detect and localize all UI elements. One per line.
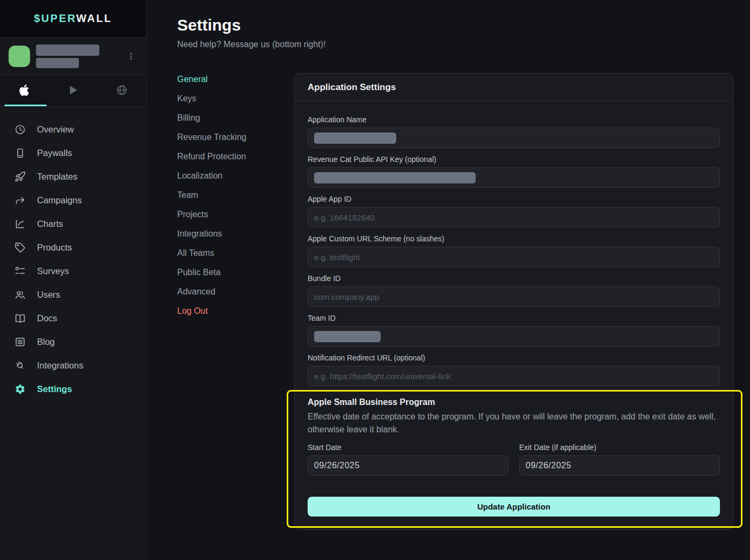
bundle-id-input[interactable] <box>308 286 720 307</box>
clock-icon <box>14 124 26 135</box>
sidebar-item-campaigns[interactable]: Campaigns <box>0 188 146 212</box>
application-name-input[interactable] <box>308 128 720 148</box>
apple-app-id-input[interactable] <box>308 207 720 227</box>
field-label: Start Date <box>308 443 508 452</box>
sidebar-item-surveys[interactable]: Surveys <box>0 259 146 283</box>
active-tab-indicator <box>4 105 47 106</box>
avatar[interactable] <box>9 46 30 67</box>
notification-redirect-url-input[interactable] <box>308 366 720 386</box>
start-date-input[interactable] <box>308 455 508 476</box>
sidebar-item-label: Integrations <box>37 360 83 371</box>
sidebar-item-paywalls[interactable]: Paywalls <box>0 141 146 165</box>
users-icon <box>14 289 26 300</box>
settings-nav-log-out[interactable]: Log Out <box>177 305 285 325</box>
settings-nav-refund-protection[interactable]: Refund Protection <box>177 151 285 170</box>
rocket-icon <box>14 171 26 182</box>
apple-small-business-program-section: Apple Small Business Program Effective d… <box>308 397 720 517</box>
settings-nav-all-teams[interactable]: All Teams <box>177 247 285 267</box>
forward-arrow-icon <box>14 195 26 206</box>
redacted-value <box>314 331 381 342</box>
tab-apple-app[interactable] <box>0 76 49 106</box>
team-id-input[interactable] <box>308 326 720 347</box>
sidebar-item-label: Surveys <box>37 266 69 276</box>
sidebar-item-label: Templates <box>37 172 77 182</box>
field-apple-custom-url-scheme: Apple Custom URL Scheme (no slashes) <box>308 234 720 267</box>
sidebar-item-users[interactable]: Users <box>0 283 146 306</box>
card-body: Application Name Revenue Cat Public API … <box>295 101 733 529</box>
redacted-value <box>314 132 396 144</box>
tab-google-play-app[interactable] <box>49 76 98 106</box>
tag-icon <box>14 242 26 253</box>
revenuecat-api-key-input[interactable] <box>308 167 720 188</box>
field-label: Application Name <box>308 115 720 124</box>
field-application-name: Application Name <box>308 115 720 148</box>
field-label: Team ID <box>308 314 720 323</box>
page-title: Settings <box>177 16 241 34</box>
tab-web-app[interactable] <box>97 76 146 106</box>
settings-nav-localization[interactable]: Localization <box>177 170 285 189</box>
field-revenuecat-api-key: Revenue Cat Public API Key (optional) <box>308 155 720 188</box>
settings-nav-advanced[interactable]: Advanced <box>177 286 285 305</box>
sidebar-item-settings[interactable]: Settings <box>0 377 146 401</box>
sidebar-item-templates[interactable]: Templates <box>0 165 146 188</box>
sidebar-item-charts[interactable]: Charts <box>0 212 146 235</box>
sidebar-item-label: Blog <box>37 337 55 347</box>
sidebar-item-products[interactable]: Products <box>0 235 146 259</box>
sidebar-item-label: Campaigns <box>37 195 82 205</box>
book-icon <box>14 313 26 324</box>
field-label: Notification Redirect URL (optional) <box>308 353 720 363</box>
sidebar-item-blog[interactable]: Blog <box>0 330 146 353</box>
update-application-button[interactable]: Update Application <box>308 497 720 517</box>
account-row[interactable] <box>0 38 146 76</box>
field-notification-redirect-url: Notification Redirect URL (optional) <box>308 353 720 386</box>
page-subtitle: Need help? Message us (bottom right)! <box>177 40 326 49</box>
apple-custom-url-scheme-input[interactable] <box>308 247 720 267</box>
field-start-date: Start Date <box>308 443 508 476</box>
sidebar-item-integrations[interactable]: Integrations <box>0 353 146 377</box>
logo-area: $UPERWALL <box>0 0 146 38</box>
card-title: Application Settings <box>295 73 733 101</box>
redacted-account-name <box>36 45 99 56</box>
sidebar: $UPERWALL <box>0 0 147 560</box>
exit-date-input[interactable] <box>519 455 720 476</box>
field-label: Revenue Cat Public API Key (optional) <box>308 155 720 164</box>
settings-nav-general[interactable]: General <box>177 73 285 93</box>
plug-icon <box>14 360 26 371</box>
redacted-value <box>314 172 476 183</box>
application-settings-card: Application Settings Application Name Re… <box>294 73 733 530</box>
settings-nav: General Keys Billing Revenue Tracking Re… <box>177 73 285 325</box>
sidebar-nav: Overview Paywalls Templates Campaigns <box>0 107 146 401</box>
redacted-account-sub <box>36 58 79 68</box>
checklist-icon <box>14 266 26 277</box>
platform-tabs <box>0 76 146 107</box>
sidebar-item-label: Products <box>37 242 72 253</box>
sidebar-item-overview[interactable]: Overview <box>0 117 146 141</box>
sidebar-item-docs[interactable]: Docs <box>0 306 146 330</box>
sidebar-item-label: Users <box>37 290 60 300</box>
globe-icon <box>116 84 128 98</box>
logo-accent-text: $UPER <box>34 12 76 24</box>
field-bundle-id: Bundle ID <box>308 274 720 307</box>
superwall-logo[interactable]: $UPERWALL <box>34 12 112 25</box>
settings-nav-keys[interactable]: Keys <box>177 93 285 112</box>
field-exit-date: Exit Date (if applicable) <box>519 443 720 476</box>
settings-nav-billing[interactable]: Billing <box>177 112 285 131</box>
play-icon <box>67 84 79 98</box>
field-label: Apple App ID <box>308 195 720 204</box>
section-title: Apple Small Business Program <box>308 397 720 407</box>
field-label: Bundle ID <box>308 274 720 283</box>
settings-nav-team[interactable]: Team <box>177 189 285 209</box>
settings-nav-integrations[interactable]: Integrations <box>177 228 285 247</box>
field-label: Apple Custom URL Scheme (no slashes) <box>308 234 720 244</box>
section-description: Effective date of acceptance to the prog… <box>308 410 720 436</box>
settings-nav-revenue-tracking[interactable]: Revenue Tracking <box>177 131 285 151</box>
field-apple-app-id: Apple App ID <box>308 195 720 227</box>
sidebar-item-label: Paywalls <box>37 148 72 158</box>
settings-nav-projects[interactable]: Projects <box>177 209 285 228</box>
account-name-redacted <box>36 45 125 68</box>
settings-nav-public-beta[interactable]: Public Beta <box>177 267 285 286</box>
sidebar-item-label: Charts <box>37 219 63 229</box>
settings-page: $UPERWALL <box>0 0 750 560</box>
apple-icon <box>19 84 30 99</box>
kebab-menu-icon[interactable] <box>125 50 137 63</box>
